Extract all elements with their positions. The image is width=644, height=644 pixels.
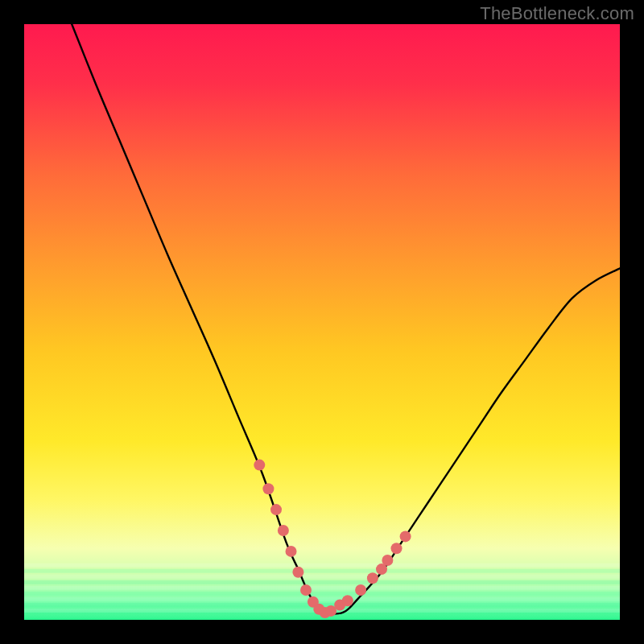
marker-dot	[292, 567, 303, 578]
plot-area	[24, 24, 620, 620]
marker-dot	[254, 460, 265, 471]
marker-dot	[286, 546, 297, 557]
marker-dot	[270, 504, 282, 515]
marker-dot	[300, 584, 312, 596]
marker-dot	[391, 543, 402, 554]
marker-dot	[262, 483, 274, 494]
marker-dot	[382, 555, 393, 566]
marker-dot	[342, 595, 353, 606]
marker-dot	[278, 525, 289, 536]
marker-dots	[24, 24, 620, 620]
marker-dot	[400, 530, 411, 542]
chart-frame: TheBottleneck.com	[0, 0, 644, 644]
marker-dot	[367, 572, 378, 584]
marker-dot	[355, 584, 366, 596]
watermark-text: TheBottleneck.com	[480, 3, 634, 24]
